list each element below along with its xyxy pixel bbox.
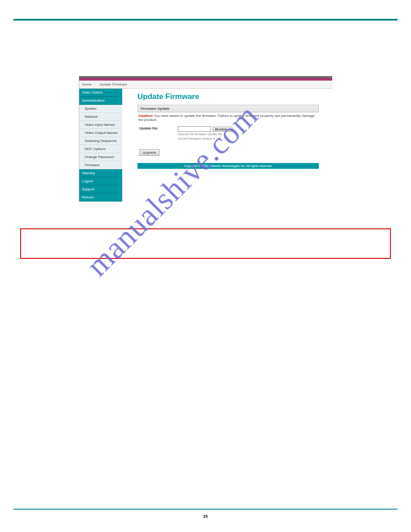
sidebar-header-standby[interactable]: Standby <box>79 169 122 177</box>
sidebar-item-network[interactable]: Network <box>79 113 122 121</box>
section-heading-standby: Standby Mode <box>20 273 54 279</box>
header-title: NTI VEEMUX HDMI Video Matrix Switch <box>0 8 411 13</box>
sidebar-item-firmware[interactable]: Firmware <box>79 161 122 169</box>
sidebar-item-ddc-options[interactable]: DDC Options <box>79 145 122 153</box>
hint-line-1: Choose the firmware update file. <box>178 133 232 136</box>
hint-line-2: Current firmware version is 1.0. <box>178 137 232 141</box>
caution-label: Caution! <box>138 114 153 118</box>
sidebar-item-change-password[interactable]: Change Password <box>79 153 122 161</box>
breadcrumb-home[interactable]: Home <box>82 82 91 86</box>
sidebar-item-video-output-names[interactable]: Video Output Names <box>79 129 122 137</box>
sidebar-header-logout[interactable]: Logout <box>79 177 122 185</box>
caution-body: You have asked to update the firmware. F… <box>138 114 315 122</box>
page-number: 25 <box>0 514 411 519</box>
sidebar-header-video-switch[interactable]: Video Switch <box>79 89 122 97</box>
sidebar-header-administration[interactable]: Administration <box>79 97 122 105</box>
section-text-logout: To quickly log the web interface with th… <box>20 298 391 310</box>
footer-divider <box>13 509 398 510</box>
copyright-footer: Copyright © 2010 Network Technologies In… <box>137 163 319 169</box>
section-heading-logout: Log Out <box>20 291 39 296</box>
sidebar-item-system[interactable]: System <box>79 105 122 113</box>
sidebar-item-video-input-names[interactable]: Video Input Names <box>79 121 122 129</box>
sidebar: Video Switch Administration System Netwo… <box>79 89 122 202</box>
field-label: Update file <box>139 126 178 140</box>
note-body: This will take only a moment, and then t… <box>27 234 377 245</box>
header-divider <box>13 19 398 21</box>
screenshot-panel: Home 〉 Update Firmware Video Switch Admi… <box>79 76 332 202</box>
breadcrumb-current: Update Firmware <box>99 82 127 86</box>
breadcrumb: Home 〉 Update Firmware <box>79 81 332 89</box>
caution-text: Caution! You have asked to update the fi… <box>137 112 319 125</box>
note-label: Note: <box>27 234 41 239</box>
page-heading: Update Firmware <box>137 92 319 101</box>
body-paragraph-3: To update the firmware, browse to the lo… <box>20 215 391 221</box>
main-content: Update Firmware Firmware Update Caution!… <box>122 89 332 202</box>
file-input[interactable] <box>178 126 211 132</box>
section-text-standby: From the menu the user can quickly place… <box>20 280 391 292</box>
section-text-support: The Support section of the menu includes… <box>20 316 391 322</box>
panel-title: Firmware Update <box>137 105 319 112</box>
sidebar-item-scanning-sequence[interactable]: Scanning Sequence <box>79 137 122 145</box>
form-row-update-file: Update file Browse... Choose the firmwar… <box>137 125 319 141</box>
note-box: Note: This will take only a moment, and … <box>20 228 391 259</box>
section-heading-support: Support <box>20 309 39 314</box>
window-topbar <box>79 76 332 81</box>
figure-caption: Figure 22- Update Firmware page <box>0 198 411 203</box>
sidebar-header-support[interactable]: Support <box>79 185 122 193</box>
chevron-right-icon: 〉 <box>94 82 98 87</box>
browse-button[interactable]: Browse... <box>213 127 232 132</box>
body-paragraph-2: ). To view the Update Firmware page, sel… <box>20 53 391 64</box>
upgrade-button[interactable]: Upgrade <box>139 149 159 156</box>
